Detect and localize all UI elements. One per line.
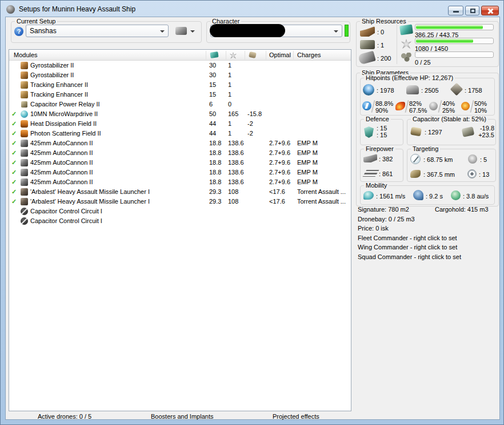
mobility-group: Mobility : 1561 m/s : 9.2 s : 3.8 au/s	[360, 185, 495, 205]
cpu-icon[interactable]	[210, 51, 218, 58]
module-name[interactable]: Capacitor Control Circuit I	[30, 208, 102, 215]
turret-slots-value: : 0	[377, 29, 384, 35]
drones-icon	[401, 53, 413, 62]
module-charge-value[interactable]: EMP M	[297, 159, 318, 166]
titlebar[interactable]: Setups for Muninn Heavy Assault Ship	[1, 1, 503, 17]
module-row[interactable]: ✓ 425mm AutoCannon II 18.8 138.6 2.7+9.6…	[9, 138, 351, 148]
modules-table-header[interactable]: Modules Optimal Charges	[9, 50, 351, 61]
help-icon[interactable]: ?	[14, 27, 23, 36]
defence-group: Defence : 15 : 15	[360, 119, 403, 145]
module-row[interactable]: Gyrostabilizer II 30 1	[9, 61, 351, 70]
module-name[interactable]: Tracking Enhancer II	[30, 81, 88, 88]
capacitor-icon[interactable]	[249, 51, 257, 58]
module-name[interactable]: Heat Dissipation Field II	[30, 120, 97, 127]
module-name[interactable]: 'Arbalest' Heavy Assault Missile Launche…	[30, 198, 150, 205]
module-row[interactable]: Tracking Enhancer II 15 1	[9, 80, 351, 90]
module-powergrid-value: 108	[228, 188, 238, 195]
module-name[interactable]: Tracking Enhancer II	[30, 91, 88, 98]
powergrid-bar-fill	[416, 39, 473, 43]
column-modules[interactable]: Modules	[14, 51, 38, 58]
minimize-icon	[453, 11, 459, 13]
speed-icon	[363, 191, 374, 200]
module-name[interactable]: Photon Scattering Field II	[30, 130, 101, 137]
module-name[interactable]: 'Arbalest' Heavy Assault Missile Launche…	[30, 188, 150, 195]
module-row[interactable]: ✓ 425mm AutoCannon II 18.8 138.6 2.7+9.6…	[9, 148, 351, 158]
module-icon	[21, 130, 28, 137]
module-row[interactable]: ✓ 425mm AutoCannon II 18.8 138.6 2.7+9.6…	[9, 158, 351, 168]
module-name[interactable]: Gyrostabilizer II	[30, 72, 74, 78]
module-optimal-value: 2.7+9.6	[269, 169, 290, 176]
module-name[interactable]: 425mm AutoCannon II	[30, 159, 93, 166]
targeting-group: Targeting : 68.75 km : 5 : 367.5 mm : 13	[407, 149, 496, 182]
warp-speed-icon	[451, 190, 461, 200]
boosters-implants-panel[interactable]: Boosters and Implants	[151, 413, 213, 420]
module-cpu-value: 44	[209, 130, 216, 137]
module-row[interactable]: ✓ 425mm AutoCannon II 18.8 138.6 2.7+9.6…	[9, 168, 351, 177]
module-row[interactable]: Capacitor Control Circuit I	[9, 206, 351, 216]
module-row[interactable]: Capacitor Control Circuit I	[9, 216, 351, 226]
module-name[interactable]: Capacitor Control Circuit I	[30, 217, 102, 224]
module-row[interactable]: ✓ 'Arbalest' Heavy Assault Missile Launc…	[9, 197, 351, 206]
module-icon	[21, 178, 28, 186]
module-row[interactable]: ✓ Photon Scattering Field II 44 1 -2	[9, 129, 351, 138]
setup-select[interactable]: Sanshas	[26, 25, 169, 37]
minimize-button[interactable]	[448, 6, 463, 15]
module-row[interactable]: Capacitor Power Relay II 6 0	[9, 100, 351, 109]
setup-tools-button[interactable]	[175, 27, 187, 35]
module-name[interactable]: 10MN MicroWarpdrive II	[30, 110, 98, 117]
module-charge-value[interactable]: EMP M	[297, 149, 318, 156]
module-row[interactable]: ✓ 'Arbalest' Heavy Assault Missile Launc…	[9, 187, 351, 197]
module-name[interactable]: 425mm AutoCannon II	[30, 169, 93, 176]
defence-label: Defence	[364, 116, 391, 122]
module-name[interactable]: 425mm AutoCannon II	[30, 140, 93, 146]
dronebay-value: Dronebay: 0 / 25 m3	[358, 215, 501, 224]
module-name[interactable]: Gyrostabilizer II	[30, 62, 74, 69]
powergrid-icon[interactable]	[230, 52, 237, 59]
active-drones-panel[interactable]: Active drones: 0 / 5	[38, 413, 91, 420]
active-check-icon: ✓	[11, 178, 19, 186]
module-icon	[21, 120, 28, 128]
drones-usage-value: 0 / 25	[415, 59, 431, 66]
module-name[interactable]: Capacitor Power Relay II	[30, 101, 100, 108]
close-button[interactable]	[481, 6, 499, 15]
module-charge-value[interactable]: EMP M	[297, 178, 318, 185]
module-name[interactable]: 425mm AutoCannon II	[30, 149, 93, 156]
module-row[interactable]: ✓ 10MN MicroWarpdrive II 50 165 -15.8	[9, 109, 351, 119]
module-row[interactable]: ✓ 425mm AutoCannon II 18.8 138.6 2.7+9.6…	[9, 177, 351, 187]
module-charge-value[interactable]: EMP M	[297, 140, 318, 146]
setup-tools-dropdown-icon[interactable]	[190, 30, 195, 33]
module-optimal-value: 2.7+9.6	[269, 149, 290, 156]
wing-commander-setting[interactable]: Wing Commander - right click to set	[358, 243, 501, 252]
module-charge-value[interactable]: Torrent Assault ...	[297, 198, 346, 205]
maximize-button[interactable]	[465, 6, 479, 15]
module-powergrid-value: 138.6	[228, 140, 244, 146]
module-charge-value[interactable]: EMP M	[297, 169, 318, 176]
column-optimal[interactable]: Optimal	[269, 51, 291, 58]
maximize-icon	[470, 9, 475, 13]
ship-resources-label: Ship Resources	[360, 18, 408, 25]
module-icon	[21, 140, 28, 147]
module-name[interactable]: 425mm AutoCannon II	[30, 178, 93, 185]
module-charge-value[interactable]: Torrent Assault ...	[297, 188, 346, 195]
module-optimal-value: <17.6	[269, 198, 285, 205]
explosive-resist-icon	[461, 102, 470, 110]
structure-hp-icon	[450, 83, 463, 96]
capacitor-amount-value: : 1297	[425, 129, 442, 136]
module-row[interactable]: ✓ Heat Dissipation Field II 44 1 -2	[9, 119, 351, 129]
active-check-icon: ✓	[11, 149, 19, 157]
setup-select-value: Sanshas	[30, 27, 57, 35]
capacitor-amount-icon	[410, 127, 422, 137]
module-row[interactable]: Gyrostabilizer II 30 1	[9, 70, 351, 80]
scan-resolution-icon	[410, 170, 421, 178]
squad-commander-setting[interactable]: Squad Commander - right click to set	[358, 252, 501, 262]
module-powergrid-value: 1	[228, 81, 231, 88]
projected-effects-panel[interactable]: Projected effects	[273, 413, 319, 420]
module-icon	[21, 149, 28, 157]
fleet-commander-setting[interactable]: Fleet Commander - right click to set	[358, 233, 501, 243]
signature-resolution-value: : 13	[479, 171, 489, 178]
column-charges[interactable]: Charges	[297, 51, 321, 58]
module-row[interactable]: Tracking Enhancer II 15 1	[9, 90, 351, 100]
module-cpu-value: 18.8	[209, 178, 221, 185]
powergrid-bar	[415, 38, 494, 44]
powergrid-icon	[401, 39, 411, 49]
